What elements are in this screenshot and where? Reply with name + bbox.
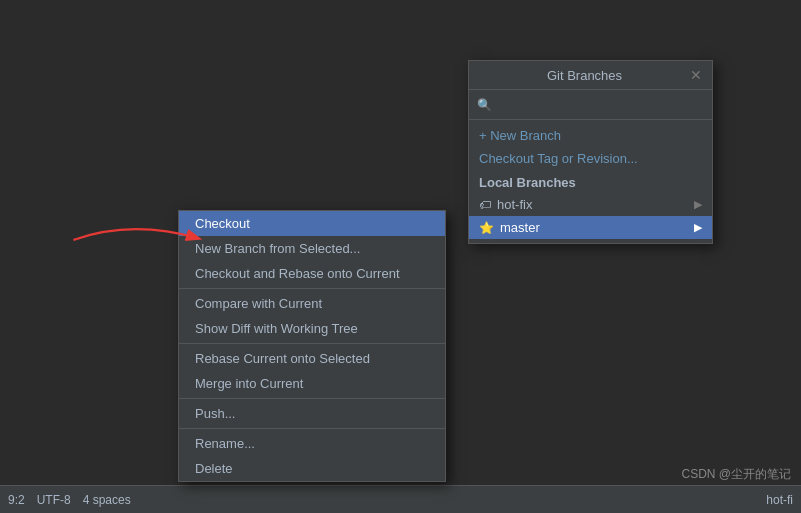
star-icon: ⭐ (479, 221, 494, 235)
chevron-right-icon: ▶ (694, 198, 702, 211)
context-menu-item-push[interactable]: Push... (179, 401, 445, 426)
branch-item-hot-fix[interactable]: 🏷 hot-fix ▶ (469, 193, 712, 216)
chevron-right-icon-master: ▶ (694, 221, 702, 234)
search-input[interactable] (498, 95, 704, 114)
close-button[interactable]: ✕ (690, 67, 702, 83)
context-menu-item-show-diff[interactable]: Show Diff with Working Tree (179, 316, 445, 341)
red-arrow-annotation (60, 215, 220, 265)
branch-name-master: master (500, 220, 540, 235)
context-menu-item-merge-into-current[interactable]: Merge into Current (179, 371, 445, 396)
status-encoding: UTF-8 (37, 493, 71, 507)
separator-2 (179, 343, 445, 344)
branch-left-master: ⭐ master (479, 220, 540, 235)
context-menu-item-compare-with-current[interactable]: Compare with Current (179, 291, 445, 316)
git-branches-panel: Git Branches ✕ 🔍 + New Branch Checkout T… (468, 60, 713, 244)
local-branches-label: Local Branches (469, 170, 712, 193)
status-branch: hot-fi (766, 493, 793, 507)
separator-3 (179, 398, 445, 399)
new-branch-action[interactable]: + New Branch (469, 124, 712, 147)
branch-item-master[interactable]: ⭐ master ▶ (469, 216, 712, 239)
checkout-tag-action[interactable]: Checkout Tag or Revision... (469, 147, 712, 170)
git-branches-header: Git Branches ✕ (469, 61, 712, 90)
branch-left-hot-fix: 🏷 hot-fix (479, 197, 532, 212)
git-branches-body: + New Branch Checkout Tag or Revision...… (469, 120, 712, 243)
status-line-col: 9:2 (8, 493, 25, 507)
context-menu-item-rebase-current[interactable]: Rebase Current onto Selected (179, 346, 445, 371)
context-menu-item-rename[interactable]: Rename... (179, 431, 445, 456)
context-menu-item-delete[interactable]: Delete (179, 456, 445, 481)
status-spaces: 4 spaces (83, 493, 131, 507)
git-branches-search-bar: 🔍 (469, 90, 712, 120)
csdn-watermark: CSDN @尘开的笔记 (681, 466, 791, 483)
status-bar: 9:2 UTF-8 4 spaces hot-fi (0, 485, 801, 513)
separator-4 (179, 428, 445, 429)
git-branches-title: Git Branches (479, 68, 690, 83)
tag-icon: 🏷 (479, 198, 491, 212)
separator-1 (179, 288, 445, 289)
branch-name-hot-fix: hot-fix (497, 197, 532, 212)
search-icon: 🔍 (477, 98, 492, 112)
